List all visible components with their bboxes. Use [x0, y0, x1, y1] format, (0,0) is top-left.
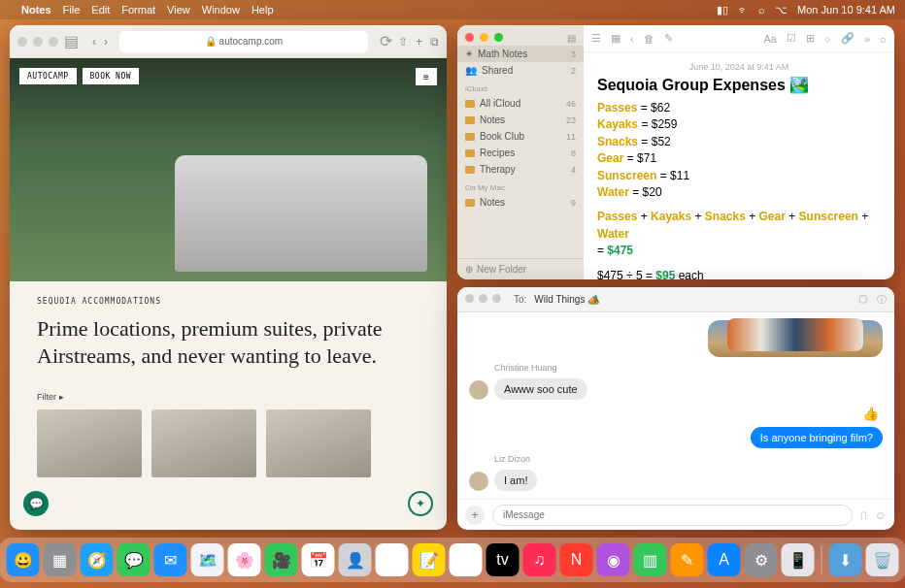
label: Math Notes [478, 49, 527, 59]
avatar[interactable] [469, 380, 488, 400]
checklist-icon[interactable]: ☑ [787, 32, 796, 45]
dock-trash[interactable]: 🗑️ [866, 543, 899, 576]
dock-tv[interactable]: tv [486, 543, 520, 576]
menu-file[interactable]: File [63, 4, 81, 16]
book-now-button[interactable]: BOOK NOW [83, 68, 140, 84]
info-icon[interactable]: ⓘ [877, 293, 887, 307]
dock-settings[interactable]: ⚙︎ [745, 543, 778, 576]
more-icon[interactable]: » [864, 33, 870, 45]
app-menu[interactable]: Notes [21, 4, 51, 16]
chat-fab[interactable]: 💬 [23, 491, 49, 516]
message-out[interactable]: Is anyone bringing film? [751, 427, 883, 448]
dock-numbers[interactable]: ▥ [634, 543, 667, 576]
message-in[interactable]: Awww soo cute [494, 378, 587, 400]
notes-toolbar: ☰ ▦ ‹ 🗑 ✎ Aa ☑ ⊞ ⟐ 🔗 » ⌕ [584, 25, 894, 52]
dock-freeform[interactable]: ✎ [450, 543, 483, 576]
media-icon[interactable]: ⟐ [824, 33, 831, 45]
hamburger-icon[interactable]: ≡ [416, 68, 437, 85]
conversation-name[interactable]: Wild Things 🏕️ [534, 294, 599, 305]
image-attachment[interactable] [708, 320, 883, 357]
sidebar-shared[interactable]: 👥Shared2 [457, 62, 584, 79]
dock-reminders[interactable]: ☑︎ [376, 543, 409, 576]
dock-news[interactable]: N [560, 543, 593, 576]
section-eyebrow: SEQUOIA ACCOMMODATIONS [37, 297, 419, 306]
forward-button[interactable]: › [104, 35, 108, 49]
dock-mail[interactable]: ✉︎ [154, 543, 187, 576]
compose-bar: + ⎍ ☺ [457, 499, 894, 530]
share-icon[interactable]: ⇧ [398, 35, 408, 49]
window-controls[interactable] [17, 37, 58, 47]
note-editor[interactable]: June 10, 2024 at 9:41 AM Sequoia Group E… [584, 52, 894, 279]
tabs-icon[interactable]: ⧉ [430, 35, 439, 49]
new-tab-icon[interactable]: + [416, 35, 422, 49]
dock-downloads[interactable]: ⬇︎ [829, 543, 862, 576]
emoji-icon[interactable]: ☺ [875, 508, 887, 522]
dock-podcasts[interactable]: ◉ [597, 543, 630, 576]
trash-icon[interactable]: 🗑 [644, 33, 654, 45]
sidebar-math-notes[interactable]: ✴︎Math Notes3 [457, 46, 584, 62]
menu-help[interactable]: Help [251, 4, 274, 16]
headline: Prime locations, premium suites, private… [37, 315, 419, 369]
dock-maps[interactable]: 🗺️ [191, 543, 224, 576]
folder-local-notes[interactable]: Notes9 [457, 194, 584, 211]
dock-finder[interactable]: 😀 [7, 543, 40, 576]
dock-launchpad[interactable]: ▦ [44, 543, 77, 576]
search-icon[interactable]: ⌕ [880, 33, 887, 45]
apps-button[interactable]: + [465, 506, 485, 525]
site-logo[interactable]: AUTOCAMP [19, 68, 77, 84]
audio-icon[interactable]: ⎍ [860, 508, 867, 522]
thumb-2[interactable] [151, 409, 256, 477]
accessibility-fab[interactable]: ✦ [408, 491, 433, 516]
menu-window[interactable]: Window [202, 4, 240, 16]
grid-view-icon[interactable]: ▦ [611, 32, 620, 45]
dock-appstore[interactable]: A [708, 543, 741, 576]
dock-photos[interactable]: 🌸 [228, 543, 261, 576]
battery-icon[interactable]: ▮▯ [717, 4, 728, 16]
dock-messages[interactable]: 💬 [117, 543, 151, 576]
sidebar-icon[interactable]: ▤ [64, 32, 79, 50]
dock-pages[interactable]: ✎ [671, 543, 704, 576]
new-folder-button[interactable]: ⊕New Folder [457, 258, 584, 279]
compose-icon[interactable]: ✎ [664, 32, 673, 45]
wifi-icon[interactable]: ᯤ [738, 4, 749, 16]
tapback-thumbs-up[interactable]: 👍 [862, 406, 879, 421]
dock-separator [821, 545, 822, 574]
back-button[interactable]: ‹ [92, 35, 96, 49]
filter-button[interactable]: Filter ▸ [37, 392, 419, 402]
link-icon[interactable]: 🔗 [841, 32, 855, 45]
folder-all-icloud[interactable]: All iCloud46 [457, 95, 584, 112]
thumb-3[interactable] [266, 409, 371, 477]
message-in[interactable]: I am! [494, 470, 537, 491]
folder-therapy[interactable]: Therapy4 [457, 161, 584, 178]
dock-safari[interactable]: 🧭 [81, 543, 114, 576]
clock[interactable]: Mon Jun 10 9:41 AM [797, 4, 895, 16]
folder-recipes[interactable]: Recipes8 [457, 145, 584, 161]
avatar[interactable] [469, 472, 488, 491]
list-view-icon[interactable]: ☰ [591, 32, 601, 45]
menu-view[interactable]: View [167, 4, 190, 16]
dock-contacts[interactable]: 👤 [339, 543, 372, 576]
address-bar[interactable]: 🔒 autocamp.com [119, 31, 368, 52]
sender-label: Christine Huang [494, 363, 883, 373]
folder-book-club[interactable]: Book Club11 [457, 128, 584, 145]
table-icon[interactable]: ⊞ [806, 32, 815, 45]
format-icon[interactable]: Aa [763, 33, 776, 45]
message-input[interactable] [492, 505, 853, 526]
menu-edit[interactable]: Edit [91, 4, 110, 16]
control-center-icon[interactable]: ⌥ [775, 4, 788, 16]
thumb-1[interactable] [37, 409, 142, 477]
menu-format[interactable]: Format [121, 4, 155, 16]
dock-facetime[interactable]: 🎥 [265, 543, 298, 576]
search-icon[interactable]: ⌕ [758, 4, 765, 16]
dock-iphone[interactable]: 📱 [782, 543, 815, 576]
video-call-icon[interactable]: ▢ [858, 293, 867, 307]
window-controls[interactable] [465, 294, 506, 305]
dock-calendar[interactable]: 📅 [302, 543, 335, 576]
reload-icon[interactable]: ⟳ [380, 32, 392, 50]
messages-thread[interactable]: Christine Huang Awww soo cute 👍 Is anyon… [457, 312, 894, 499]
folder-notes[interactable]: Notes23 [457, 112, 584, 128]
dock-notes[interactable]: 📝 [413, 543, 446, 576]
back-icon[interactable]: ‹ [630, 33, 634, 45]
dock-music[interactable]: ♫ [523, 543, 556, 576]
window-controls[interactable]: ▤ [457, 25, 584, 46]
